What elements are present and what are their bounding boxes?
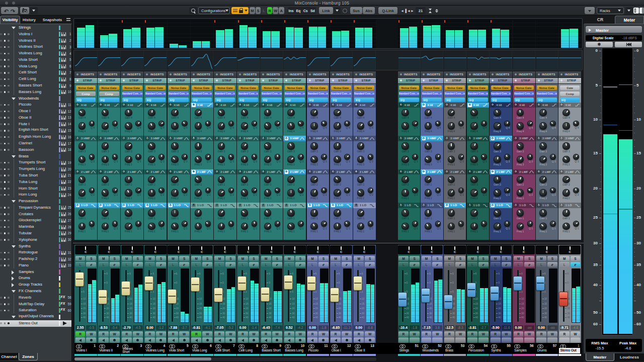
eq-knob-freq-4[interactable] [241,122,249,130]
strip-slot-comp[interactable]: Comp [76,92,96,97]
visibility-dot[interactable] [4,207,6,209]
band-power-button[interactable] [145,103,149,107]
eq-knob-q-3[interactable] [205,154,211,160]
eq-knob-gain-2[interactable] [517,176,524,184]
channel-violins-i-strip-header[interactable]: STRIP [74,78,97,84]
channel-type-a-button[interactable]: A [279,7,284,14]
read-automation-button[interactable]: R [238,331,248,337]
read-automation-button[interactable]: R [536,331,546,337]
meter-peak-value[interactable]: -1.4 [249,325,259,330]
record-enable-button[interactable] [179,337,189,343]
eq-knob-gain-1[interactable] [287,209,295,217]
eq-knob-freq-3[interactable] [148,156,155,163]
visibility-dot[interactable] [4,59,6,61]
eq-knob-freq-2[interactable] [171,189,179,197]
edit-channel-button[interactable]: e [342,262,352,267]
band-shape-icon[interactable] [414,103,419,107]
bank-spinner[interactable] [434,7,440,14]
qlink-button[interactable]: Q-Link [378,7,397,14]
channel-name-block[interactable]: Viola Short5 [168,343,190,354]
band-shape-icon[interactable] [346,137,352,141]
channel-name[interactable]: Percussion [468,348,489,354]
read-automation-button[interactable]: R [122,331,132,337]
meter-peak-value[interactable]: -4.5 [133,325,143,330]
edit-channel-button[interactable]: e [365,262,375,267]
eq-knob-freq-4[interactable] [357,122,365,130]
monitor-button[interactable] [491,337,501,343]
eq-knob-gain-2[interactable] [171,176,179,184]
visibility-dot[interactable] [0,220,2,222]
visibility-dot[interactable] [0,252,2,254]
read-automation-button[interactable]: R [261,331,271,337]
eq-knob-gain-3[interactable] [517,142,524,150]
channel-name-block[interactable]: Basses Long10 [283,343,306,354]
visibility-dot[interactable] [4,194,6,196]
sidebar-group-samples[interactable]: Samples [0,269,71,276]
eq-knob-gain-4[interactable] [310,109,318,117]
eq-knob-gain-4[interactable] [287,109,295,117]
pan-control[interactable]: C [121,245,143,255]
edit-channel-button[interactable]: e [272,262,282,267]
band-power-button[interactable] [238,137,243,141]
eq-knob-gain-1[interactable] [470,209,478,217]
band-shape-icon[interactable] [184,170,189,174]
meter-peak-value[interactable]: -oo [524,325,534,330]
channel-name[interactable]: Basses Short [262,348,282,354]
eq-knob-q-4[interactable] [158,121,165,127]
visibility-dot[interactable] [8,264,10,266]
band-power-button[interactable] [445,103,449,107]
clip-indicator[interactable] [145,20,146,23]
expand-triangle-icon[interactable] [12,270,14,275]
channel-viola-long-inserts-header[interactable]: INSERTS [191,71,213,77]
channel-violines-ii-strip-header[interactable]: STRIP [98,78,120,84]
visibility-dot[interactable] [8,78,10,80]
write-automation-button[interactable]: W [225,331,235,337]
eq-knob-gain-2[interactable] [357,176,365,184]
eq-knob-gain-3[interactable] [357,142,365,150]
channel-name[interactable]: Brass [445,348,465,354]
strip-slot-comp2[interactable]: Comp [560,92,580,97]
band-shape-icon[interactable] [230,170,235,174]
edit-channel-button[interactable]: e [295,262,305,267]
eq-band-header-1-lo[interactable]: 1 LO [421,203,443,208]
meter-peak-value[interactable]: -11.3 [342,325,352,330]
eq-band-header-1-lo[interactable]: 1 LO [144,203,167,208]
band-power-button[interactable] [99,204,103,208]
channel-synths-strip-header[interactable]: STRIP [490,78,512,84]
band-power-button[interactable] [145,204,149,208]
edit-channel-button[interactable]: e [225,262,235,267]
eq-knob-gain-2[interactable] [401,176,409,184]
sidebar-item-basses-short[interactable]: Basses Short9 [0,82,71,89]
eq-knob-freq-1[interactable] [264,223,272,230]
band-shape-icon[interactable] [437,137,442,141]
channel-violines-short-eq-curve[interactable] [121,51,144,69]
strip-slot-ngate[interactable]: Noise Gate [99,85,119,90]
eq-band-header-2-lmf[interactable]: 2 LMF [353,169,376,175]
listen-button[interactable]: L [284,262,294,267]
channel-celli-long-eq-curve[interactable] [237,51,260,69]
strip-slot-scomp[interactable]: Standard Com...or [238,92,259,97]
eq-band-header-1-lo[interactable]: 1 LO [467,203,490,208]
sidebar-item-piccolo[interactable]: Piccolo11 [0,102,71,108]
band-shape-icon[interactable] [137,170,142,174]
eq-knob-freq-3[interactable] [494,156,501,163]
channel-name-block[interactable]: Woodwinds52 [421,343,443,354]
eq-knob-q-2[interactable] [321,188,327,194]
eq-knob-gain-3[interactable] [401,142,409,150]
listen-button[interactable]: L [536,262,546,267]
visibility-dot[interactable] [4,53,6,55]
eq-knob-freq-3[interactable] [125,156,132,163]
visibility-dot[interactable] [4,188,6,190]
band-power-button[interactable] [537,170,541,174]
fader-value[interactable]: -6.45 [261,325,271,330]
band-shape-icon[interactable] [160,137,166,141]
sidebar-item-padshop-2[interactable]: Padshop 232 [0,256,71,262]
band-power-button[interactable] [491,103,495,107]
strip-slot-scomp[interactable]: Standard Com...or [169,92,189,97]
pan-control[interactable]: C [490,245,512,255]
band-shape-icon[interactable] [529,103,534,107]
channel-type-m-button[interactable]: M [250,7,255,14]
band-power-button[interactable] [491,137,495,141]
channel-name-block[interactable]: Violines Short3 [121,343,143,354]
visibility-dot[interactable] [8,91,10,93]
